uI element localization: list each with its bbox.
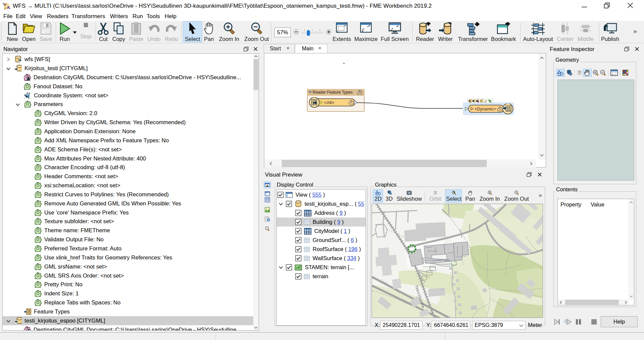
svg-text:<Dynamic>: <Dynamic> bbox=[475, 107, 496, 111]
svg-text:<All>: <All> bbox=[324, 100, 334, 105]
svg-text:i: i bbox=[268, 218, 269, 222]
